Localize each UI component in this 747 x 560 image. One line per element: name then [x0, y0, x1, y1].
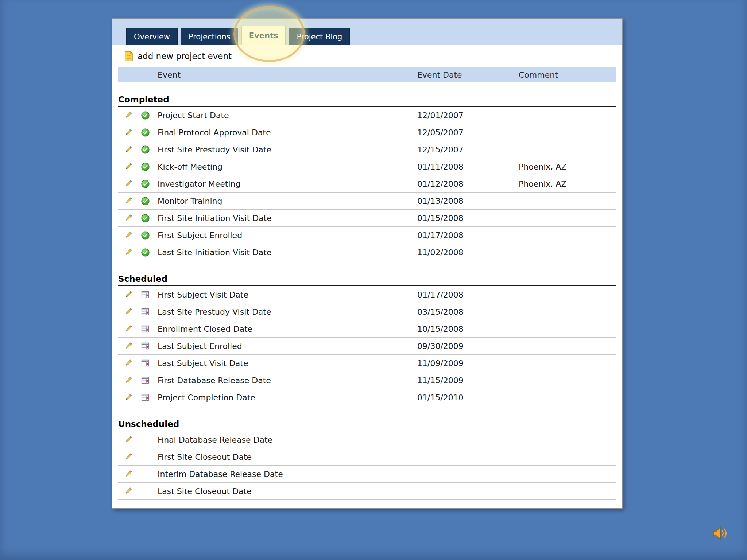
event-name-cell: Last Site Prestudy Visit Date — [158, 307, 417, 316]
event-row: Last Site Initiation Visit Date 11/02/20… — [118, 244, 616, 261]
calendar-icon[interactable] — [141, 393, 150, 402]
event-row: Enrollment Closed Date 10/15/2008 — [118, 320, 616, 338]
edit-pencil-icon[interactable] — [124, 128, 133, 137]
event-date-cell: 12/01/2007 — [417, 111, 519, 120]
edit-pencil-icon[interactable] — [124, 197, 133, 205]
check-icon[interactable] — [141, 162, 150, 171]
table-header-row: Event Event Date Comment — [118, 67, 616, 82]
check-icon[interactable] — [141, 197, 150, 206]
check-icon[interactable] — [141, 111, 150, 120]
event-name-cell: Last Subject Enrolled — [158, 342, 417, 351]
event-row: Last Subject Visit Date 11/09/2009 — [118, 355, 616, 372]
event-name-cell: First Subject Enrolled — [158, 231, 417, 240]
edit-pencil-icon[interactable] — [124, 470, 133, 478]
speaker-icon[interactable] — [712, 525, 731, 542]
row-icons — [118, 435, 158, 444]
event-name-cell: First Site Initiation Visit Date — [158, 214, 417, 223]
section-rows: Project Start Date 12/01/2007 Final Prot… — [118, 107, 616, 261]
event-row: Investigator Meeting 01/12/2008 Phoenix,… — [118, 175, 616, 192]
event-name-cell: First Site Prestudy Visit Date — [158, 145, 417, 154]
edit-pencil-icon[interactable] — [124, 231, 133, 240]
event-date-cell: 10/15/2008 — [417, 324, 519, 334]
calendar-icon[interactable] — [141, 342, 150, 350]
edit-pencil-icon[interactable] — [124, 376, 133, 385]
calendar-icon[interactable] — [141, 324, 150, 333]
event-name-cell: Project Completion Date — [158, 393, 417, 402]
edit-pencil-icon[interactable] — [124, 111, 133, 120]
calendar-icon[interactable] — [141, 290, 150, 299]
edit-pencil-icon[interactable] — [124, 290, 133, 299]
check-icon[interactable] — [141, 248, 150, 257]
events-table: Event Event Date Comment Completed — [118, 67, 616, 500]
edit-pencil-icon[interactable] — [124, 145, 133, 154]
section-title: Scheduled — [118, 274, 616, 286]
check-icon[interactable] — [141, 145, 150, 154]
check-icon[interactable] — [141, 231, 150, 240]
edit-pencil-icon[interactable] — [124, 307, 133, 316]
event-row: First Site Initiation Visit Date 01/15/2… — [118, 210, 616, 227]
check-icon[interactable] — [141, 179, 150, 188]
tab-events[interactable]: Events — [241, 26, 286, 45]
row-icons — [118, 376, 158, 385]
tab-project-blog[interactable]: Project Blog — [289, 28, 350, 45]
tab-projections[interactable]: Projections — [181, 28, 238, 45]
event-date-cell: 11/15/2009 — [417, 376, 519, 385]
event-date-cell: 12/05/2007 — [417, 128, 519, 137]
edit-pencil-icon[interactable] — [124, 359, 133, 368]
calendar-icon[interactable] — [141, 359, 150, 368]
event-row: First Subject Visit Date 01/17/2008 — [118, 286, 616, 303]
event-name-cell: First Database Release Date — [158, 376, 417, 385]
check-icon[interactable] — [141, 214, 150, 223]
event-comment-cell: Phoenix, AZ — [519, 162, 616, 171]
event-date-cell: 01/17/2008 — [417, 290, 519, 299]
edit-pencil-icon[interactable] — [124, 452, 133, 461]
event-date-cell: 01/11/2008 — [417, 162, 519, 171]
edit-pencil-icon[interactable] — [124, 179, 133, 188]
section-title: Unscheduled — [118, 419, 616, 431]
event-date-cell: 09/30/2009 — [417, 342, 519, 351]
event-row: Interim Database Release Date — [118, 466, 616, 483]
event-date-cell: 01/15/2008 — [417, 214, 519, 223]
event-row: Final Database Release Date — [118, 431, 616, 448]
row-icons — [118, 487, 158, 495]
column-header-event-date: Event Date — [417, 70, 519, 79]
edit-pencil-icon[interactable] — [124, 487, 133, 495]
event-row: Project Start Date 12/01/2007 — [118, 107, 616, 124]
edit-pencil-icon[interactable] — [124, 393, 133, 402]
add-new-event-link[interactable]: add new project event — [112, 45, 622, 67]
edit-pencil-icon[interactable] — [124, 324, 133, 333]
tab-overview[interactable]: Overview — [126, 28, 178, 45]
event-name-cell: Kick-off Meeting — [158, 162, 417, 171]
edit-pencil-icon[interactable] — [124, 162, 133, 171]
table-body: Completed Project Start Date 12/01/2007 — [118, 95, 616, 500]
event-name-cell: Last Subject Visit Date — [158, 359, 417, 368]
edit-pencil-icon[interactable] — [124, 248, 133, 257]
calendar-icon[interactable] — [141, 376, 150, 385]
event-name-cell: Final Protocol Approval Date — [158, 128, 417, 137]
event-name-cell: Project Start Date — [158, 111, 417, 120]
event-date-cell: 11/09/2009 — [417, 359, 519, 368]
calendar-icon[interactable] — [141, 307, 150, 316]
edit-pencil-icon[interactable] — [124, 342, 133, 350]
event-date-cell: 12/15/2007 — [417, 145, 519, 154]
check-icon[interactable] — [141, 128, 150, 137]
row-icons — [118, 179, 158, 188]
tab-label: Projections — [189, 32, 231, 41]
section-completed: Completed Project Start Date 12/01/2007 — [118, 95, 616, 261]
tab-label: Events — [249, 31, 278, 40]
column-header-comment: Comment — [519, 70, 616, 79]
row-icons — [118, 197, 158, 206]
row-icons — [118, 470, 158, 478]
row-icons — [118, 162, 158, 171]
event-row: Last Site Prestudy Visit Date 03/15/2008 — [118, 303, 616, 320]
row-icons — [118, 231, 158, 240]
tab-label: Project Blog — [297, 32, 342, 41]
event-date-cell: 01/12/2008 — [417, 179, 519, 188]
tab-label: Overview — [134, 32, 170, 41]
edit-pencil-icon[interactable] — [124, 435, 133, 444]
section-rows: First Subject Visit Date 01/17/2008 Last… — [118, 286, 616, 406]
edit-pencil-icon[interactable] — [124, 214, 133, 222]
event-date-cell: 03/15/2008 — [417, 307, 519, 316]
event-name-cell: Interim Database Release Date — [158, 470, 417, 479]
row-icons — [118, 214, 158, 223]
